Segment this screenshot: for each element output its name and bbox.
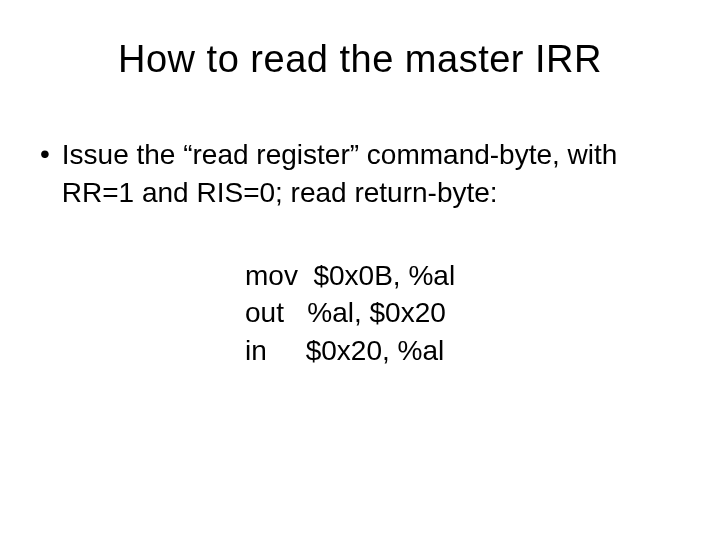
bullet-list: • Issue the “read register” command-byte… (0, 136, 720, 212)
code-line-2: out %al, $0x20 (245, 294, 720, 332)
bullet-text: Issue the “read register” command-byte, … (62, 136, 680, 212)
code-block: mov $0x0B, %al out %al, $0x20 in $0x20, … (0, 257, 720, 370)
slide-title: How to read the master IRR (0, 0, 720, 81)
code-line-3: in $0x20, %al (245, 332, 720, 370)
code-line-1: mov $0x0B, %al (245, 257, 720, 295)
bullet-item: • Issue the “read register” command-byte… (40, 136, 680, 212)
slide: How to read the master IRR • Issue the “… (0, 0, 720, 540)
bullet-dot-icon: • (40, 136, 50, 172)
